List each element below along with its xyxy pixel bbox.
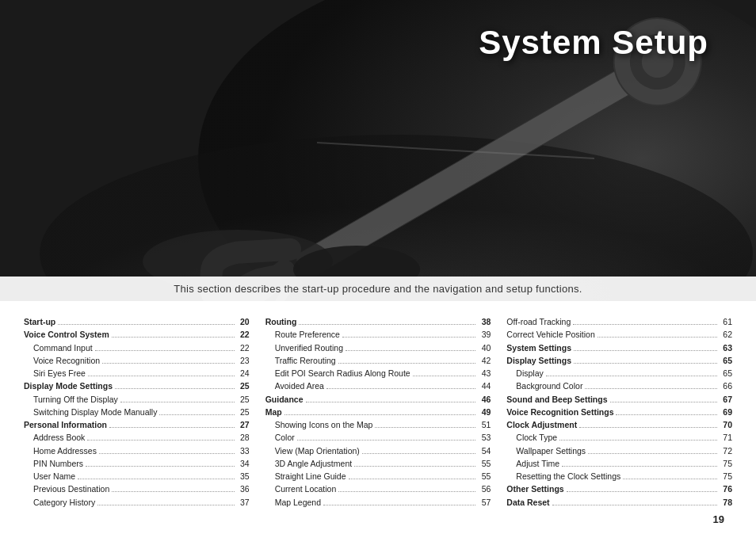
toc-item: Switching Display Mode Manually25 <box>24 406 250 418</box>
toc-label: Personal Information <box>24 418 107 431</box>
toc-page: 39 <box>478 328 491 341</box>
toc-page: 46 <box>478 393 491 406</box>
toc-item: View (Map Orientation)54 <box>265 444 491 457</box>
toc-dots <box>413 376 476 376</box>
toc-page: 71 <box>720 431 732 444</box>
toc-label: System Settings <box>506 341 571 354</box>
toc-label: PIN Numbers <box>33 457 83 470</box>
toc-item: Personal Information27 <box>24 418 250 431</box>
toc-item: Map Legend57 <box>265 496 491 509</box>
content-section: Start-up20Voice Control System22Command … <box>0 301 756 534</box>
page-number: 19 <box>24 513 732 525</box>
toc-page: 72 <box>720 444 732 457</box>
toc-page: 22 <box>237 328 250 341</box>
toc-label: Home Addresses <box>33 444 97 457</box>
toc-item: Sound and Beep Settings67 <box>506 393 732 406</box>
toc-page: 75 <box>720 470 732 483</box>
toc-page: 23 <box>237 354 250 367</box>
toc-label: Wallpaper Settings <box>516 444 586 457</box>
toc-page: 54 <box>478 444 491 457</box>
toc-label: Adjust Time <box>516 457 559 470</box>
toc-dots <box>87 440 234 441</box>
toc-dots <box>99 453 235 454</box>
toc-item: User Name35 <box>24 470 250 483</box>
toc-dots <box>349 479 476 479</box>
toc-item: Guidance46 <box>265 393 491 406</box>
toc-label: Avoided Area <box>275 380 324 392</box>
toc-page: 27 <box>237 418 250 431</box>
toc-page: 40 <box>478 341 491 354</box>
toc-item: Previous Destination36 <box>24 483 250 495</box>
toc-page: 53 <box>478 431 491 444</box>
toc-dots <box>284 414 476 415</box>
toc-item: Turning Off the Display25 <box>24 393 250 406</box>
toc-label: Straight Line Guide <box>275 470 346 483</box>
toc-dots <box>88 376 235 376</box>
toc-dots <box>574 350 717 351</box>
toc-page: 66 <box>720 380 732 392</box>
toc-item: Current Location56 <box>265 483 491 495</box>
toc-label: Category History <box>33 496 95 509</box>
toc-label: Resetting the Clock Settings <box>516 470 620 483</box>
toc-item: Color53 <box>265 431 491 444</box>
toc-dots <box>623 479 717 479</box>
toc-page: 75 <box>720 457 732 470</box>
toc-label: Command Input <box>33 341 93 354</box>
toc-page: 22 <box>237 341 250 354</box>
toc-col-2: Routing38Route Preference39Unverified Ro… <box>265 315 491 509</box>
hero-section: System Setup This section describes the … <box>0 0 756 301</box>
toc-dots <box>546 376 717 376</box>
toc-item: Home Addresses33 <box>24 444 250 457</box>
toc-page: 70 <box>720 418 732 431</box>
toc-label: Clock Type <box>516 431 557 444</box>
toc-label: Display Settings <box>506 354 571 367</box>
toc-page: 36 <box>237 483 250 495</box>
toc-item: Adjust Time75 <box>506 457 732 470</box>
toc-dots <box>616 414 717 415</box>
toc-item: 3D Angle Adjustment55 <box>265 457 491 470</box>
toc-item: Data Reset78 <box>506 496 732 509</box>
toc-dots <box>323 505 475 505</box>
toc-dots <box>375 427 475 428</box>
toc-dots <box>326 388 475 389</box>
toc-dots <box>552 505 717 505</box>
toc-label: Voice Recognition Settings <box>506 406 613 418</box>
toc-label: Route Preference <box>275 328 340 341</box>
toc-item: Edit POI Search Radius Along Route43 <box>265 367 491 380</box>
toc-item: System Settings63 <box>506 341 732 354</box>
toc-dots <box>102 363 235 364</box>
toc-label: Siri Eyes Free <box>33 367 86 380</box>
toc-item: Display65 <box>506 367 732 380</box>
toc-page: 78 <box>720 496 732 509</box>
toc-label: Edit POI Search Radius Along Route <box>275 367 410 380</box>
page-title: System Setup <box>479 24 708 62</box>
toc-page: 49 <box>478 406 491 418</box>
toc-item: Traffic Rerouting42 <box>265 354 491 367</box>
toc-dots <box>579 427 717 428</box>
toc-dots <box>588 453 717 454</box>
toc-label: Address Book <box>33 431 85 444</box>
toc-page: 37 <box>237 496 250 509</box>
toc-label: Data Reset <box>506 496 549 509</box>
toc-page: 51 <box>478 418 491 431</box>
toc-label: Unverified Routing <box>275 341 343 354</box>
toc-page: 63 <box>720 341 732 354</box>
toc-label: Voice Recognition <box>33 354 100 367</box>
toc-item: Voice Control System22 <box>24 328 250 341</box>
toc-page: 67 <box>720 393 732 406</box>
toc-page: 65 <box>720 367 732 380</box>
toc-label: Display <box>516 367 543 380</box>
toc-label: User Name <box>33 470 75 483</box>
toc-dots <box>58 324 234 325</box>
toc-col-1: Start-up20Voice Control System22Command … <box>24 315 250 509</box>
toc-item: Display Settings65 <box>506 354 732 367</box>
toc-item: Off-road Tracking61 <box>506 315 732 328</box>
toc-item: Resetting the Clock Settings75 <box>506 470 732 483</box>
toc-label: Other Settings <box>506 483 563 495</box>
toc-item: Display Mode Settings25 <box>24 380 250 392</box>
toc-label: Traffic Rerouting <box>275 354 336 367</box>
toc-dots <box>112 491 234 492</box>
toc-label: Display Mode Settings <box>24 380 113 392</box>
toc-label: Voice Control System <box>24 328 109 341</box>
toc-page: 65 <box>720 354 732 367</box>
